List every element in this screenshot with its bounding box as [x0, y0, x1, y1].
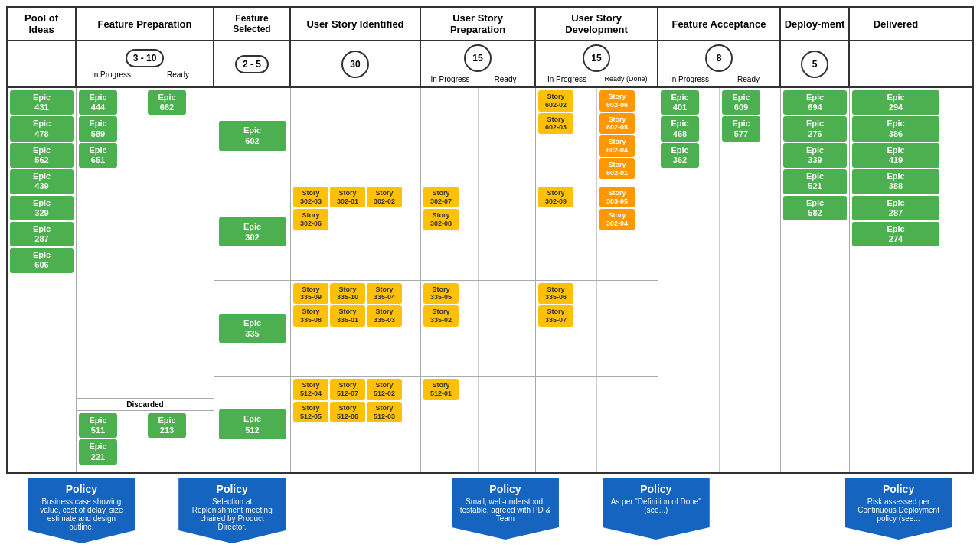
usdev-ready-label: Ready (Done) — [596, 73, 655, 85]
board: Pool of Ideas Feature Preparation Featur… — [6, 6, 974, 474]
story-card: Story602-05 — [599, 113, 635, 135]
col-usprep: Story302-07Story302-08Story335-05Story33… — [421, 88, 536, 472]
epic-card: Epic388 — [852, 169, 939, 194]
featprep-inprogress-label: In Progress — [78, 69, 145, 80]
story-335-03: Story335-03 — [367, 305, 402, 327]
subheader-row: 3 - 10 In Progress Ready 2 - 5 30 15 In … — [8, 41, 972, 88]
col-usprep-label: User Story Preparation — [424, 12, 531, 35]
usprep-inprogress-label: In Progress — [423, 73, 478, 85]
story-335-08: Story335-08 — [293, 305, 328, 327]
col-deploy: Epic694Epic276Epic339Epic521Epic582 — [781, 88, 850, 472]
story-card: Story302-04 — [599, 209, 635, 230]
deploy-wip: 5 — [801, 51, 828, 78]
policy-3-body: Small, well-understood, testable, agreed… — [459, 497, 551, 523]
sub-delivered — [850, 41, 942, 86]
epic-card: Epic221 — [79, 439, 117, 464]
policy-5-title: Policy — [883, 483, 914, 495]
usprep-row-0 — [421, 88, 535, 184]
story-302-02: Story302-02 — [367, 187, 402, 208]
story-302-01: Story302-01 — [330, 187, 365, 208]
usprep-wip: 15 — [464, 44, 492, 72]
usid-row-0 — [291, 88, 420, 184]
story-335-10: Story335-10 — [330, 283, 365, 305]
epic-card: Epic609 — [722, 90, 760, 115]
epic-card: Epic339 — [783, 143, 847, 168]
col-usdev: Story602-02Story602-03Story602-06Story60… — [536, 88, 658, 472]
col-featsel: Epic602Epic302Epic335Epic512 — [214, 88, 291, 472]
epic-card: Epic362 — [661, 143, 699, 168]
story-335-04: Story335-04 — [367, 283, 402, 305]
story-card: Story335-05 — [423, 283, 459, 305]
featprep-wip: 3 - 10 — [126, 49, 165, 67]
epic-card: Epic521 — [783, 169, 847, 194]
usprep-row-1: Story302-07Story302-08 — [421, 184, 535, 281]
story-card: Story335-06 — [538, 283, 573, 305]
featacc-ready-label: Ready — [719, 73, 778, 85]
story-card: Story303-05 — [599, 187, 635, 208]
col-header-delivered: Delivered — [850, 8, 942, 40]
kanban-board: Pool of Ideas Feature Preparation Featur… — [0, 0, 980, 551]
col-header-featacc: Feature Acceptance — [658, 8, 781, 40]
policy-2-body: Selection at Replenishment meeting chair… — [186, 497, 278, 531]
body-container: Epic431Epic478Epic562Epic439Epic329Epic2… — [8, 88, 972, 472]
policy-row: Policy Business case showing value, cost… — [6, 474, 974, 545]
story-335-01: Story335-01 — [330, 305, 365, 327]
epic-card: Epic274 — [852, 222, 939, 246]
story-card: Story335-02 — [423, 305, 459, 327]
col-header-deploy: Deploy-ment — [781, 8, 850, 40]
featsel-row-3: Epic512 — [214, 377, 290, 472]
policy-4: Policy As per "Definition of Done" (see.… — [603, 478, 710, 540]
epic-card: Epic694 — [783, 90, 847, 115]
epic-card: Epic213 — [148, 413, 186, 438]
epic-card: Epic589 — [79, 116, 117, 141]
header-row: Pool of Ideas Feature Preparation Featur… — [8, 8, 972, 41]
policy-1-title: Policy — [66, 483, 97, 495]
epic-329: Epic329 — [10, 196, 74, 220]
featsel-row-0: Epic602 — [214, 88, 290, 184]
story-512-02: Story512-02 — [367, 379, 402, 400]
policy-3: Policy Small, well-understood, testable,… — [452, 478, 559, 540]
epic-card: Epic511 — [79, 413, 117, 438]
story-512-03: Story512-03 — [367, 402, 402, 423]
epic-card: Epic651 — [79, 143, 117, 168]
col-delivered: Epic294Epic386Epic419Epic388Epic287Epic2… — [850, 88, 942, 472]
sub-pool — [8, 41, 77, 86]
col-header-usdev: User Story Development — [536, 8, 658, 40]
col-header-featprep: Feature Preparation — [77, 8, 214, 40]
usprep-row-3: Story512-01 — [421, 377, 535, 472]
policy-1-body: Business case showing value, cost of del… — [35, 497, 127, 531]
sub-featprep: 3 - 10 In Progress Ready — [77, 41, 214, 86]
policy-4-body: As per "Definition of Done" (see...) — [610, 497, 702, 514]
policy-2-title: Policy — [217, 483, 248, 495]
story-card: Story602-04 — [599, 135, 635, 157]
col-featprep-label: Feature Preparation — [98, 18, 192, 30]
col-usid: Story302-03Story302-01Story302-02Story30… — [291, 88, 421, 472]
epic-card: Epic662 — [148, 90, 186, 115]
policy-5-body: Risk assessed per Continuous Deployment … — [853, 497, 945, 523]
epic-478: Epic478 — [10, 116, 74, 141]
usid-row-3: Story512-04Story512-07Story512-02Story51… — [291, 377, 420, 472]
epic-606: Epic606 — [10, 248, 74, 272]
epic-562: Epic562 — [10, 143, 74, 168]
featacc-inprogress-label: In Progress — [660, 73, 719, 85]
col-pool-label: Pool of Ideas — [11, 12, 72, 35]
story-card: Story602-06 — [599, 90, 635, 112]
story-512-04: Story512-04 — [293, 379, 328, 400]
usprep-ready-label: Ready — [478, 73, 533, 85]
story-302-06: Story302-06 — [293, 209, 328, 230]
epic-card: Epic386 — [852, 116, 939, 141]
usid-wip: 30 — [341, 51, 369, 78]
usdev-row-2: Story335-06Story335-07 — [536, 281, 658, 377]
featsel-row-2: Epic335 — [214, 281, 290, 377]
epic-512: Epic512 — [219, 409, 286, 439]
story-302-03: Story302-03 — [293, 187, 328, 208]
discarded-label: Discarded — [77, 398, 214, 411]
sub-usid: 30 — [291, 41, 421, 86]
epic-card: Epic419 — [852, 143, 939, 168]
col-deploy-label: Deploy-ment — [785, 18, 845, 30]
story-card: Story602-03 — [538, 113, 573, 135]
featsel-row-1: Epic302 — [214, 184, 290, 281]
policy-5: Policy Risk assessed per Continuous Depl… — [845, 478, 952, 540]
sub-featacc: 8 In Progress Ready — [658, 41, 781, 86]
usid-row-2: Story335-09Story335-10Story335-04Story33… — [291, 281, 420, 377]
